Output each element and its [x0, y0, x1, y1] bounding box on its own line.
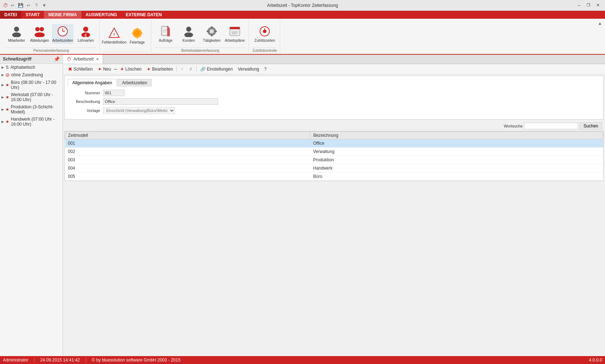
help-icon: ?: [264, 67, 267, 72]
svg-text:!: !: [113, 32, 115, 37]
feier-group-label: [103, 51, 148, 53]
arbeitszeiten-label: Arbeitszeiten: [52, 39, 73, 42]
table-row[interactable]: 004 Handwerk: [65, 164, 603, 172]
sidebar-icon-produktion: ★: [5, 107, 9, 112]
sidebar-pin-btn[interactable]: 📌: [54, 56, 60, 62]
discard-button: ✗: [187, 66, 195, 72]
restore-button[interactable]: ❐: [584, 2, 593, 9]
ribbon-btn-fehlerdefinition[interactable]: ! Fehlerdefinition: [103, 26, 125, 46]
status-sep-2: [86, 358, 86, 363]
sidebar-icon-alphabetisch: ⇅: [5, 65, 9, 70]
svg-point-2: [35, 27, 40, 31]
search-input[interactable]: [524, 123, 578, 129]
confirm-icon: ✓: [180, 67, 184, 72]
sidebar-item-werkstatt[interactable]: ▶ ★ Werkstatt (07:00 Uhr - 16:00 Uhr): [0, 91, 63, 103]
schliessen-button[interactable]: ✖ Schließen: [66, 66, 95, 73]
verwaltung-button[interactable]: Verwaltung: [236, 66, 261, 72]
qa-back[interactable]: ↩: [9, 2, 16, 9]
personalzeiterfassung-label: Personalzeiterfassung: [6, 48, 97, 53]
ribbon-btn-arbeitszeiten[interactable]: Arbeitszeiten: [52, 24, 73, 44]
inner-tab-arbeitszeiten[interactable]: Arbeitszeiten: [117, 79, 152, 87]
sidebar-icon-ban: ⊘: [5, 72, 10, 78]
ribbon-btn-kunden[interactable]: Kunden: [178, 24, 200, 44]
ribbon-btn-lohnarten[interactable]: € Lohnarten: [75, 24, 97, 44]
close-button[interactable]: ✕: [593, 2, 602, 9]
qa-undo[interactable]: ↩: [25, 2, 32, 9]
toolbar-sep-3: [196, 66, 197, 72]
sidebar-arrow-handwerk: ▶: [1, 120, 4, 123]
sidebar-arrow-werkstatt: ▶: [1, 95, 4, 99]
ribbon-collapse-btn[interactable]: ▲: [598, 21, 602, 26]
vorlage-select[interactable]: Einschicht (Verwaltung/Büro/Werkstatt): [103, 107, 175, 114]
row-001-name: Office: [310, 139, 603, 148]
qa-dropdown[interactable]: ▼: [41, 2, 48, 9]
neu-button[interactable]: ✦ Neu: [95, 66, 113, 73]
menu-meine-firma[interactable]: MEINE FIRMA: [44, 11, 81, 19]
form-row-vorlage: Vorlage Einschicht (Verwaltung/Büro/Werk…: [68, 107, 600, 114]
tab-close-btn[interactable]: ✕: [96, 57, 99, 62]
sidebar-item-alphabetisch[interactable]: ▶ ⇅ Alphabetisch: [0, 64, 63, 71]
einstellungen-icon: 🔗: [200, 67, 206, 72]
ribbon-btn-mitarbeiter[interactable]: Mitarbeiter: [6, 24, 27, 44]
table-row[interactable]: 005 Büro: [65, 172, 603, 181]
qa-save[interactable]: 💾: [17, 2, 24, 9]
status-user: Administrator: [3, 358, 28, 363]
svg-point-26: [184, 32, 193, 37]
table-row[interactable]: 002 Verwaltung: [65, 148, 603, 156]
minimize-button[interactable]: ─: [575, 2, 583, 9]
betriebsdatenerfassung-label: Betriebsdatenerfassung: [155, 48, 246, 53]
nummer-input[interactable]: [103, 90, 125, 96]
svg-point-4: [35, 32, 45, 37]
bearbeiten-button[interactable]: ✦ Bearbeiten: [144, 66, 175, 73]
help-button[interactable]: ?: [262, 66, 269, 72]
auftraege-icon: [160, 26, 171, 37]
ribbon-btn-auftraege[interactable]: Aufträge: [155, 24, 176, 44]
menu-datei[interactable]: DATEI: [0, 11, 21, 19]
tab-arbeitszeit[interactable]: ⏱ Arbeitszeit ✕: [63, 55, 103, 64]
loeschen-label: Löschen: [125, 67, 142, 72]
menu-auswertung[interactable]: AUSWERTUNG: [81, 11, 121, 19]
menu-externe-daten[interactable]: EXTERNE DATEN: [121, 11, 166, 19]
ribbon-btn-abteilungen[interactable]: Abteilungen: [29, 24, 50, 44]
ribbon-buttons-betrieb: Aufträge Kunden: [155, 20, 246, 48]
menu-start[interactable]: START: [21, 11, 44, 19]
row-004-name: Handwerk: [310, 164, 603, 172]
svg-point-25: [186, 27, 191, 32]
arbeitsplaene-icon: [229, 26, 241, 37]
sidebar-icon-werkstatt: ★: [5, 95, 9, 100]
sidebar-icon-handwerk: ★: [5, 119, 9, 124]
sidebar-item-produktion[interactable]: ▶ ★ Produktion (3-Schicht-Modell): [0, 103, 63, 116]
einstellungen-button[interactable]: 🔗 Einstellungen: [198, 66, 235, 72]
arbeitszeiten-tab-label: Arbeitszeiten: [122, 80, 147, 85]
status-datetime: 24.09.2015 14:41:42: [40, 358, 80, 363]
fehlerdefinition-icon: !: [108, 27, 120, 39]
sidebar-item-handwerk[interactable]: ▶ ★ Handwerk (07:00 Uhr - 16:00 Uhr): [0, 116, 63, 128]
sidebar-icon-buero: ★: [5, 82, 9, 87]
ribbon-btn-feiertage[interactable]: Feiertage: [126, 26, 148, 46]
loeschen-icon: ✦: [120, 66, 124, 72]
svg-rect-31: [207, 31, 209, 32]
status-sep-1: [34, 358, 35, 363]
sidebar-title: Schnellzugriff: [3, 57, 31, 62]
loeschen-button[interactable]: ✦ Löschen: [118, 66, 144, 73]
kunden-icon: [183, 26, 194, 37]
sidebar-item-ohne-zuordnung[interactable]: ▶ ⊘ ohne Zuordnung: [0, 71, 63, 79]
abteilungen-icon: [34, 26, 45, 37]
col-zeitmodell: Zeitmodell: [65, 132, 310, 139]
schliessen-label: Schließen: [73, 67, 93, 72]
sidebar-arrow-buero: ▶: [1, 83, 4, 87]
sidebar-item-buero[interactable]: ▶ ★ Büro (08:30 Uhr - 17:00 Uhr): [0, 79, 63, 91]
sidebar-arrow-produktion: ▶: [1, 108, 4, 111]
inner-tab-allgemein[interactable]: Allgemeine Angaben: [68, 79, 117, 87]
ribbon-btn-zutrittszeiten[interactable]: Zutrittszeiten: [254, 24, 275, 44]
qa-help[interactable]: ?: [33, 2, 40, 9]
table-row[interactable]: 001 Office: [65, 139, 603, 148]
ribbon-btn-arbeitsplaene[interactable]: Arbeitspläne: [224, 24, 246, 44]
row-005-id: 005: [65, 172, 310, 181]
svg-rect-32: [215, 31, 217, 32]
ribbon-btn-taetigkeiten[interactable]: Tätigkeiten: [201, 24, 223, 44]
table-row[interactable]: 003 Produktion: [65, 156, 603, 164]
form-row-nummer: Nummer: [68, 90, 600, 96]
beschreibung-input[interactable]: [103, 98, 218, 105]
search-button[interactable]: Suchen: [579, 122, 602, 130]
